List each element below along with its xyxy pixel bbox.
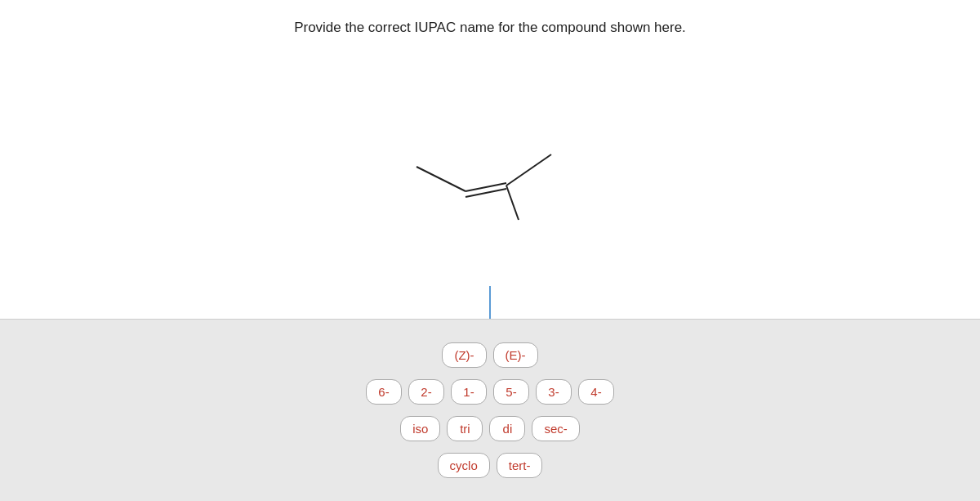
button-di[interactable]: di — [489, 416, 525, 441]
row1-buttons: (Z)- (E)- — [442, 342, 537, 368]
row3-buttons: iso tri di sec- — [400, 416, 580, 441]
button-e[interactable]: (E)- — [493, 342, 538, 368]
button-sec[interactable]: sec- — [532, 416, 579, 441]
button-cyclo[interactable]: cyclo — [438, 453, 490, 478]
button-iso[interactable]: iso — [400, 416, 440, 441]
cursor-line — [489, 286, 491, 319]
button-6[interactable]: 6- — [366, 379, 402, 405]
button-3[interactable]: 3- — [536, 379, 572, 405]
top-section: Provide the correct IUPAC name for the c… — [0, 0, 980, 319]
button-2[interactable]: 2- — [408, 379, 444, 405]
button-tert[interactable]: tert- — [497, 453, 543, 478]
molecule-svg — [392, 122, 588, 253]
button-1[interactable]: 1- — [451, 379, 487, 405]
bottom-section: (Z)- (E)- 6- 2- 1- 5- 3- 4- iso tri di s… — [0, 320, 980, 501]
button-tri[interactable]: tri — [447, 416, 483, 441]
button-5[interactable]: 5- — [493, 379, 529, 405]
molecule-area — [392, 56, 588, 319]
svg-line-0 — [416, 167, 466, 191]
question-text: Provide the correct IUPAC name for the c… — [294, 20, 686, 36]
row4-buttons: cyclo tert- — [438, 453, 543, 478]
row2-buttons: 6- 2- 1- 5- 3- 4- — [366, 379, 614, 405]
svg-line-4 — [506, 186, 519, 220]
svg-line-3 — [506, 154, 551, 186]
button-4[interactable]: 4- — [578, 379, 614, 405]
button-z[interactable]: (Z)- — [442, 342, 486, 368]
